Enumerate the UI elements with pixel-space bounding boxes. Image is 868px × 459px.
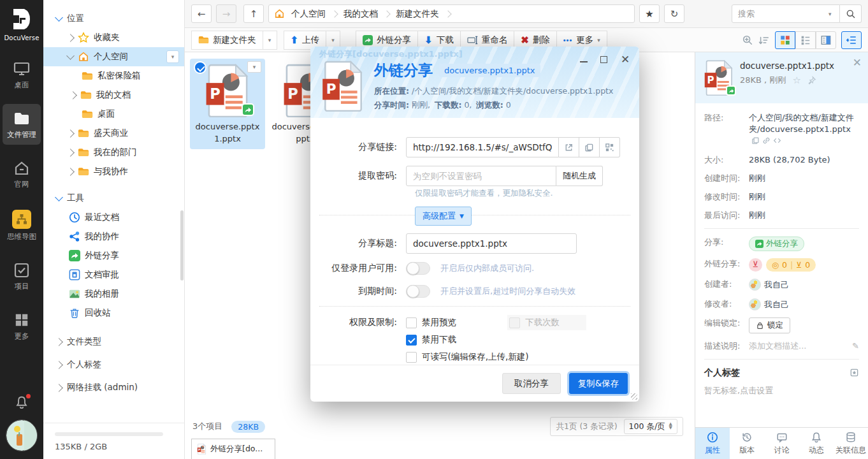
tree-item-my-department[interactable]: 我在的部门 [43, 143, 184, 162]
tree-section-tools[interactable]: 工具 [43, 189, 184, 208]
expire-toggle[interactable] [406, 285, 430, 298]
tree-item-desktop-folder[interactable]: 桌面 [43, 105, 184, 124]
tree-section-location[interactable]: 位置 [43, 9, 184, 28]
tree-section-network-mount[interactable]: 网络挂载 (admin) [43, 376, 184, 399]
back-button[interactable]: ← [191, 4, 212, 23]
tab-activity[interactable]: 动态 [799, 428, 834, 459]
app-logo[interactable]: DocuVerse [4, 0, 39, 45]
tree-item-company[interactable]: 盛天商业 [43, 124, 184, 143]
tree-item-menu-button[interactable]: ▾ [166, 50, 179, 63]
tree-item-collab-with-me[interactable]: 与我协作 [43, 162, 184, 181]
breadcrumb-personal-space[interactable]: 个人空间 [287, 8, 329, 20]
sort-icon[interactable] [758, 34, 770, 46]
file-menu-caret[interactable]: ▾ [247, 61, 261, 73]
minimize-icon[interactable] [580, 57, 588, 62]
rail-item-file-management[interactable]: 文件管理 [3, 104, 41, 145]
share-label: 分享: [704, 237, 749, 248]
close-icon[interactable]: ✕ [853, 57, 862, 68]
maximize-icon[interactable] [600, 56, 607, 63]
tree-item-label: 我的文档 [96, 89, 131, 101]
tree-item-ext-share[interactable]: 外链分享 [43, 246, 184, 265]
share-title-input[interactable] [406, 233, 577, 254]
tree-item-recent-docs[interactable]: 最近文档 [43, 208, 184, 227]
notifications-button[interactable] [15, 395, 29, 409]
minimized-dialog-chip[interactable]: 外链分享[do... [191, 439, 275, 459]
upload-icon: ⬆ [291, 34, 299, 46]
copy-link-button[interactable] [579, 137, 600, 157]
bookmark-icon[interactable] [850, 368, 859, 377]
tree-item-doc-approval[interactable]: 文档审批 [43, 265, 184, 284]
rail-item-mindmap[interactable]: 思维导图 [3, 203, 41, 247]
user-avatar[interactable] [6, 419, 38, 451]
tree-item-my-docs[interactable]: 我的文档 [43, 85, 184, 105]
checkbox-download-limit[interactable]: 下载次数 [507, 315, 586, 330]
tab-discussion[interactable]: 讨论 [764, 428, 799, 459]
tree-item-private-safe[interactable]: 私密保险箱 [43, 66, 184, 85]
rail-item-website[interactable]: 官网 [3, 154, 41, 194]
modified-value: 刚刚 [749, 191, 859, 203]
section-label: 位置 [67, 13, 84, 24]
close-icon[interactable]: ✕ [620, 54, 630, 64]
breadcrumb-my-docs[interactable]: 我的文档 [340, 8, 382, 20]
new-folder-button[interactable]: 新建文件夹 [191, 31, 263, 50]
tree-scrollbar[interactable] [180, 210, 184, 280]
copy-save-button[interactable]: 复制&保存 [569, 373, 628, 394]
checkbox-disable-preview[interactable]: 禁用预览 [406, 317, 509, 328]
refresh-button[interactable]: ↻ [664, 4, 684, 23]
star-icon[interactable]: ☆ [792, 75, 800, 86]
view-column-button[interactable] [816, 31, 836, 49]
search-input[interactable] [732, 4, 840, 23]
detail-panel-toggle[interactable] [841, 31, 862, 49]
lock-button[interactable]: 锁定 [749, 317, 790, 333]
password-input[interactable] [406, 166, 556, 186]
checkbox-disable-download[interactable]: 禁用下载 [406, 334, 586, 346]
up-button[interactable]: ↑ [243, 4, 264, 23]
forward-button[interactable]: → [216, 4, 236, 23]
selected-check-icon[interactable] [194, 61, 206, 74]
search-dropdown-caret[interactable]: ▾ [828, 11, 840, 17]
rail-item-desktop[interactable]: 桌面 [3, 54, 41, 95]
login-only-toggle[interactable] [406, 262, 430, 275]
file-tile-docuverse-pptx1[interactable]: ▾ docuverse.pptx1.pptx [190, 59, 265, 149]
tree-item-my-album[interactable]: 我的相册 [43, 284, 184, 303]
tags-empty-text[interactable]: 暂无标签,点击设置 [704, 385, 859, 397]
code-icon[interactable] [773, 136, 781, 145]
view-list-button[interactable] [795, 31, 816, 49]
tree-section-personal-tags[interactable]: 个人标签 [43, 353, 184, 376]
search-button[interactable] [840, 4, 862, 23]
new-folder-dropdown[interactable]: ▾ [263, 31, 277, 50]
share-status-badge[interactable]: 外链分享 [749, 237, 804, 251]
tree-section-file-types[interactable]: 文件类型 [43, 330, 184, 353]
pin-icon[interactable] [807, 76, 816, 85]
zoom-icon[interactable] [742, 34, 753, 46]
open-link-button[interactable] [559, 137, 579, 157]
rail-item-label: 桌面 [15, 80, 29, 90]
tree-item-recycle-bin[interactable]: 回收站 [43, 303, 184, 323]
tab-related-info[interactable]: 关联信息 [834, 428, 868, 459]
link-icon[interactable] [762, 136, 770, 145]
tab-properties[interactable]: 属性 [695, 428, 730, 459]
tab-label: 版本 [739, 445, 755, 456]
random-generate-button[interactable]: 随机生成 [556, 166, 603, 186]
chat-icon [776, 432, 788, 443]
view-grid-button[interactable] [775, 31, 795, 49]
tree-item-personal-space[interactable]: 个人空间 ▾ [43, 47, 184, 66]
rail-item-more[interactable]: 更多 [3, 305, 41, 346]
tree-item-favorites[interactable]: 收藏夹 [43, 28, 184, 47]
rail-item-projects[interactable]: 项目 [3, 256, 41, 296]
favorite-button[interactable]: ★ [639, 4, 660, 23]
breadcrumb-new-folder[interactable]: 新建文件夹 [392, 8, 443, 20]
description-placeholder[interactable]: 添加文档描述... [749, 341, 806, 351]
edit-pencil-icon[interactable]: ✎ [852, 340, 859, 352]
advanced-config-button[interactable]: 高级配置 ▼ [415, 207, 472, 226]
tab-versions[interactable]: 版本 [730, 428, 764, 459]
cancel-share-button[interactable]: 取消分享 [502, 373, 561, 394]
qr-code-button[interactable] [600, 137, 620, 157]
tree-item-my-collab[interactable]: 我的协作 [43, 227, 184, 246]
resize-grip[interactable] [631, 393, 637, 400]
page-size-select[interactable]: 100 条/页 ▲▼ [624, 419, 677, 434]
checkbox-read-write[interactable]: 可读写(编辑保存,上传,新建) [406, 351, 586, 363]
status-bar: 3个项目 28KB 共1页 (3 条记录) 100 条/页 ▲▼ [185, 417, 695, 436]
share-link-input[interactable] [406, 137, 559, 157]
copy-icon[interactable] [751, 136, 760, 145]
